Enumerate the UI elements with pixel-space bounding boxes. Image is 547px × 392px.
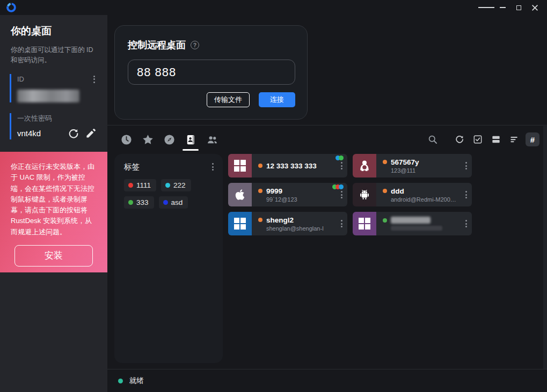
peer-status-dot (383, 160, 387, 164)
peer-card[interactable]: ddd android@Redmi-M2007J3SC (353, 183, 472, 206)
peer-card[interactable]: 567567y 123@111 (353, 154, 472, 177)
tags-panel: 标签 1111 222 333 (114, 154, 223, 363)
peer-status-dot (258, 189, 262, 193)
grid-view-icon[interactable]: # (526, 132, 539, 146)
tag-color-dot (163, 200, 168, 205)
linux-logo-icon (358, 159, 371, 173)
peer-toolbar: # (107, 125, 547, 153)
peer-name: ddd (391, 187, 404, 195)
platform-tile (353, 154, 376, 177)
sidebar: 你的桌面 你的桌面可以通过下面的 ID 和密码访问。 ID 一次性密码 vnt4… (0, 15, 107, 392)
tags-menu-dots-icon[interactable] (210, 161, 215, 172)
peer-menu-dots-icon[interactable] (339, 160, 344, 171)
remote-id-input[interactable] (128, 60, 295, 85)
main-area: 控制远程桌面 ? 传输文件 连接 (107, 15, 547, 392)
peer-card[interactable] (353, 212, 472, 235)
peer-tabs (118, 125, 220, 153)
id-section: ID (10, 74, 97, 102)
connect-panel: 控制远程桌面 ? 传输文件 连接 (114, 25, 308, 120)
connect-title: 控制远程桌面 (128, 39, 186, 51)
session-badge (339, 156, 344, 160)
tag-chip[interactable]: 222 (161, 179, 191, 191)
id-label: ID (17, 75, 24, 83)
edit-pencil-icon[interactable] (85, 128, 97, 139)
status-bar: 就绪 (107, 369, 547, 392)
tag-label: 222 (173, 181, 186, 189)
apple-logo-icon (233, 188, 247, 202)
sidebar-description: 你的桌面可以通过下面的 ID 和密码访问。 (11, 45, 97, 65)
minimize-icon[interactable] (494, 1, 510, 14)
peer-card[interactable]: 9999 99`12@123 (228, 183, 347, 206)
install-warning-panel: 你正在运行未安装版本，由于 UAC 限制，作为被控端，会在某些情况下无法控制鼠标… (0, 152, 107, 272)
tab-discovered[interactable] (161, 125, 177, 153)
peer-menu-dots-icon[interactable] (464, 160, 469, 171)
peer-badges (337, 156, 344, 160)
peer-name: 9999 (266, 187, 282, 195)
peer-menu-dots-icon[interactable] (339, 218, 344, 229)
tags-title: 标签 (124, 162, 140, 172)
tag-color-dot (128, 200, 133, 205)
password-value: vnt4kd (17, 129, 62, 138)
platform-tile (353, 183, 376, 206)
connect-button[interactable]: 连接 (259, 92, 295, 107)
tag-chip[interactable]: asd (159, 196, 188, 209)
peer-status-dot (383, 218, 387, 223)
transfer-file-button[interactable]: 传输文件 (207, 92, 250, 107)
peer-subtitle: 123@111 (391, 167, 458, 174)
tab-favorites[interactable] (140, 125, 156, 153)
peer-menu-dots-icon[interactable] (464, 218, 469, 229)
tag-chip[interactable]: 1111 (124, 179, 156, 191)
select-checkbox-icon[interactable] (471, 132, 485, 146)
peer-subtitle-redacted (391, 226, 442, 231)
maximize-icon[interactable] (510, 1, 527, 14)
tab-address-book[interactable] (183, 125, 199, 153)
password-label: 一次性密码 (17, 114, 52, 122)
search-icon[interactable] (426, 132, 440, 146)
tab-group[interactable] (204, 125, 220, 153)
peer-name-redacted (391, 217, 431, 224)
windows-logo-icon (234, 218, 246, 230)
card-view-icon[interactable] (489, 132, 503, 146)
id-menu-dots-icon[interactable] (92, 74, 97, 85)
scrollbar[interactable] (543, 126, 547, 369)
tag-chip[interactable]: 333 (124, 196, 154, 209)
peer-menu-dots-icon[interactable] (339, 189, 344, 200)
platform-tile (228, 183, 252, 206)
peer-card[interactable]: shengl2 shenglan@shenglan-l (228, 212, 347, 235)
install-button[interactable]: 安装 (14, 245, 93, 267)
peer-content: 标签 1111 222 333 (114, 154, 544, 363)
view-toolbar: # (426, 132, 539, 146)
status-dot (118, 379, 123, 383)
refresh-password-icon[interactable] (68, 128, 79, 139)
selected-tab-underline (183, 149, 199, 151)
peer-grid: 12 333 333 333 (228, 154, 472, 363)
windows-logo-icon (234, 160, 246, 172)
tag-color-dot (128, 183, 133, 188)
peer-name: 12 333 333 333 (266, 162, 317, 170)
tag-label: 333 (136, 198, 149, 206)
peer-name: 567567y (391, 158, 419, 166)
address-book-icon (185, 134, 197, 146)
platform-tile (228, 212, 252, 235)
titlebar (0, 0, 547, 15)
star-icon (142, 134, 154, 146)
tag-label: 1111 (136, 181, 151, 189)
password-section: 一次性密码 vnt4kd (10, 113, 97, 139)
menu-icon[interactable] (478, 1, 494, 14)
platform-tile (228, 154, 252, 177)
people-icon (206, 134, 218, 146)
peer-badges (334, 184, 344, 189)
peer-name: shengl2 (266, 216, 294, 224)
tab-recent-sessions[interactable] (118, 125, 134, 153)
windows-logo-icon (359, 218, 370, 230)
peer-subtitle: 99`12@123 (266, 196, 333, 203)
refresh-icon[interactable] (453, 132, 466, 146)
list-view-icon[interactable] (507, 132, 521, 146)
close-icon[interactable] (527, 1, 543, 14)
peer-status-dot (258, 164, 262, 168)
peer-card[interactable]: 12 333 333 333 (228, 154, 347, 177)
install-warning-text: 你正在运行未安装版本，由于 UAC 限制，作为被控端，会在某些情况下无法控制鼠标… (11, 161, 97, 238)
peer-menu-dots-icon[interactable] (464, 189, 469, 200)
compass-icon (163, 134, 176, 146)
question-circle-icon[interactable]: ? (191, 41, 199, 49)
